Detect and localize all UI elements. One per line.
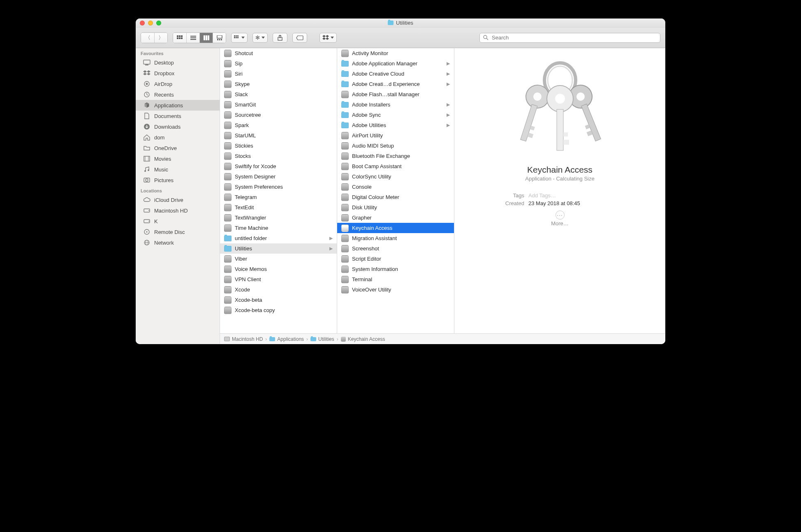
forward-button[interactable]: 〉	[154, 33, 167, 43]
list-item-label: Telegram	[235, 194, 333, 200]
sidebar-item-documents[interactable]: Documents	[136, 111, 220, 121]
list-item[interactable]: Disk Utility	[337, 202, 454, 213]
list-item[interactable]: Sourcetree	[220, 110, 337, 120]
list-item[interactable]: ColorSync Utility	[337, 171, 454, 182]
list-item[interactable]: Adobe Application Manager▶	[337, 58, 454, 69]
action-button[interactable]: ✻	[252, 33, 268, 43]
list-item[interactable]: Adobe Creative Cloud▶	[337, 69, 454, 79]
column-utilities[interactable]: Activity MonitorAdobe Application Manage…	[337, 48, 454, 333]
list-item[interactable]: Telegram	[220, 192, 337, 202]
list-item[interactable]: Console	[337, 182, 454, 192]
list-item[interactable]: Screenshot	[337, 243, 454, 254]
gallery-view-button[interactable]	[213, 33, 226, 43]
path-segment[interactable]: Keychain Access	[341, 336, 385, 342]
list-item[interactable]: Viber	[220, 254, 337, 264]
list-item-label: Adobe Utilities	[352, 122, 442, 128]
app-icon	[341, 204, 349, 211]
list-item[interactable]: System Designer	[220, 171, 337, 182]
icon-view-button[interactable]	[173, 33, 186, 43]
sidebar-item-remote-disc[interactable]: Remote Disc	[136, 227, 220, 237]
sidebar-item-pictures[interactable]: Pictures	[136, 175, 220, 185]
list-item[interactable]: TextWrangler	[220, 213, 337, 223]
app-icon	[224, 183, 232, 191]
list-item[interactable]: Xcode-beta	[220, 295, 337, 305]
sidebar-item-macintosh-hd[interactable]: Macintosh HD	[136, 205, 220, 216]
list-item[interactable]: Boot Camp Assistant	[337, 161, 454, 171]
sidebar-item-icloud-drive[interactable]: iCloud Drive	[136, 194, 220, 205]
column-applications[interactable]: ShotcutSipSiriSkypeSlackSmartGitSourcetr…	[220, 48, 337, 333]
column-view-button[interactable]	[199, 33, 213, 43]
list-item[interactable]: StarUML	[220, 130, 337, 141]
sidebar-item-movies[interactable]: Movies	[136, 153, 220, 164]
list-item[interactable]: System Information	[337, 264, 454, 274]
list-item[interactable]: Slack	[220, 89, 337, 99]
list-item[interactable]: VPN Client	[220, 274, 337, 285]
tags-button[interactable]	[292, 33, 307, 43]
dropbox-toolbar-button[interactable]	[319, 33, 337, 43]
list-item[interactable]: Utilities▶	[220, 243, 337, 254]
sidebar-item-downloads[interactable]: Downloads	[136, 121, 220, 132]
tags-field[interactable]: Add Tags…	[528, 192, 657, 199]
back-button[interactable]: 〈	[141, 33, 154, 43]
sidebar-section-header: Locations	[136, 185, 220, 194]
sidebar-item-onedrive[interactable]: OneDrive	[136, 143, 220, 153]
search-input[interactable]	[491, 34, 657, 41]
sidebar-item-k[interactable]: K	[136, 216, 220, 227]
list-item[interactable]: Activity Monitor	[337, 48, 454, 58]
list-item[interactable]: Xcode-beta copy	[220, 305, 337, 315]
app-icon	[224, 163, 232, 170]
list-item[interactable]: Adobe Utilities▶	[337, 120, 454, 130]
list-item[interactable]: Adobe Flash…stall Manager	[337, 89, 454, 99]
sidebar-item-desktop[interactable]: Desktop	[136, 57, 220, 68]
list-item[interactable]: Audio MIDI Setup	[337, 141, 454, 151]
list-item[interactable]: Terminal	[337, 274, 454, 285]
list-item[interactable]: Skype	[220, 79, 337, 89]
list-item[interactable]: Siri	[220, 69, 337, 79]
list-item[interactable]: VoiceOver Utility	[337, 285, 454, 295]
sidebar-item-airdrop[interactable]: AirDrop	[136, 79, 220, 89]
path-segment[interactable]: Utilities	[310, 336, 334, 342]
list-item[interactable]: Bluetooth File Exchange	[337, 151, 454, 161]
sidebar-item-recents[interactable]: Recents	[136, 89, 220, 100]
list-item[interactable]: untitled folder▶	[220, 233, 337, 243]
list-item-label: Stocks	[235, 153, 333, 159]
path-segment[interactable]: Applications	[269, 336, 304, 342]
preview-more[interactable]: ··· More…	[551, 210, 569, 227]
list-item[interactable]: Spark	[220, 120, 337, 130]
list-item[interactable]: Sip	[220, 58, 337, 69]
list-item[interactable]: AirPort Utility	[337, 130, 454, 141]
app-icon	[341, 214, 349, 222]
list-item[interactable]: Script Editor	[337, 254, 454, 264]
list-item[interactable]: SmartGit	[220, 99, 337, 110]
list-item[interactable]: Swiftify for Xcode	[220, 161, 337, 171]
list-item[interactable]: TextEdit	[220, 202, 337, 213]
sidebar-item-dropbox[interactable]: Dropbox	[136, 68, 220, 79]
list-item[interactable]: Migration Assistant	[337, 233, 454, 243]
path-segment[interactable]: Macintosh HD	[224, 336, 263, 342]
app-icon	[341, 224, 349, 232]
sidebar-item-dom[interactable]: dom	[136, 132, 220, 143]
sidebar-item-network[interactable]: Network	[136, 237, 220, 248]
list-item[interactable]: System Preferences	[220, 182, 337, 192]
search-field[interactable]	[479, 33, 660, 43]
list-item[interactable]: Stocks	[220, 151, 337, 161]
list-item[interactable]: Adobe Creati…d Experience▶	[337, 79, 454, 89]
group-by-button[interactable]	[231, 33, 248, 43]
list-item[interactable]: Shotcut	[220, 48, 337, 58]
list-item[interactable]: Adobe Installers▶	[337, 99, 454, 110]
sidebar-item-applications[interactable]: Applications	[136, 100, 220, 111]
list-item-label: Siri	[235, 71, 333, 77]
sidebar-item-label: Movies	[154, 156, 171, 162]
sidebar-item-music[interactable]: Music	[136, 164, 220, 175]
list-item[interactable]: Keychain Access	[337, 223, 454, 233]
share-button[interactable]	[273, 33, 287, 43]
list-item[interactable]: Grapher	[337, 213, 454, 223]
list-item[interactable]: Time Machine	[220, 223, 337, 233]
list-view-button[interactable]	[186, 33, 199, 43]
list-item[interactable]: Xcode	[220, 285, 337, 295]
list-item[interactable]: Digital Colour Meter	[337, 192, 454, 202]
list-item[interactable]: Voice Memos	[220, 264, 337, 274]
list-item[interactable]: Stickies	[220, 141, 337, 151]
folder-icon	[224, 235, 232, 242]
list-item[interactable]: Adobe Sync▶	[337, 110, 454, 120]
